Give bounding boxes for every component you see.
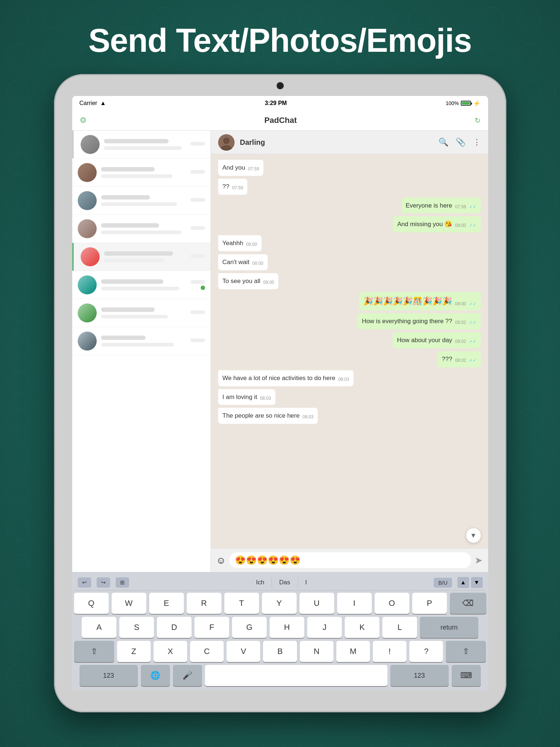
bold-underline-button[interactable]: B/U xyxy=(434,578,452,588)
key-p[interactable]: P xyxy=(412,593,447,614)
key-num-1[interactable]: 123 xyxy=(80,665,138,686)
key-shift-right[interactable]: ⇧ xyxy=(446,641,486,662)
key-question[interactable]: ? xyxy=(409,641,443,662)
chevron-down-icon: ▼ xyxy=(470,532,477,539)
scroll-to-bottom-button[interactable]: ▼ xyxy=(466,528,481,543)
tablet-device: Carrier ▲ 3:29 PM 100% ⚡ ⚙ PadChat ↻ xyxy=(54,74,506,712)
key-q[interactable]: Q xyxy=(74,593,109,614)
message-bubble: And missing you 😘 08:00 ✓✓ xyxy=(393,216,480,232)
wifi-icon: ▲ xyxy=(100,100,106,107)
message-text: To see you all xyxy=(223,277,260,286)
message-bubble: I am loving it 08:03 xyxy=(218,389,275,405)
key-a[interactable]: A xyxy=(82,617,116,638)
key-s[interactable]: S xyxy=(119,617,154,638)
message-check: ✓✓ xyxy=(469,357,476,364)
key-u[interactable]: U xyxy=(300,593,334,614)
key-n[interactable]: N xyxy=(300,641,333,662)
message-bubble: How is everything going there ?? 08:02 ✓… xyxy=(358,313,481,329)
attachment-icon[interactable]: 📎 xyxy=(456,138,466,147)
battery-label: 100% xyxy=(446,100,459,106)
search-icon[interactable]: 🔍 xyxy=(439,138,448,147)
key-m[interactable]: M xyxy=(336,641,370,662)
key-globe[interactable]: 🌐 xyxy=(141,665,170,686)
list-item[interactable] xyxy=(72,271,211,299)
key-l[interactable]: L xyxy=(382,617,417,638)
redo-button[interactable]: ↪ xyxy=(97,577,110,588)
message-time: 08:00 xyxy=(263,279,274,286)
key-keyboard[interactable]: ⌨ xyxy=(452,665,481,686)
key-w[interactable]: W xyxy=(112,593,146,614)
key-c[interactable]: C xyxy=(190,641,224,662)
messages-area: And you 07:59 ?? 07:59 Everyone is here xyxy=(211,154,488,548)
key-shift[interactable]: ⇧ xyxy=(74,641,114,662)
suggestion-3[interactable]: I xyxy=(298,577,314,588)
message-text: Everyone is here xyxy=(406,201,452,210)
message-received: The people are so nice here 08:03 xyxy=(218,408,318,424)
message-received: And you 07:59 xyxy=(218,160,263,176)
key-e[interactable]: E xyxy=(149,593,184,614)
suggestion-2[interactable]: Das xyxy=(272,577,298,588)
list-item[interactable] xyxy=(72,159,211,187)
key-f[interactable]: F xyxy=(194,617,229,638)
list-item[interactable] xyxy=(72,131,211,159)
message-time: 08:03 xyxy=(260,395,271,402)
message-bubble: And you 07:59 xyxy=(218,160,263,176)
key-d[interactable]: D xyxy=(157,617,192,638)
key-k[interactable]: K xyxy=(345,617,379,638)
chat-area: Darling 🔍 📎 ⋮ And you 07:59 xyxy=(211,131,488,572)
key-num-2[interactable]: 123 xyxy=(390,665,449,686)
chat-header: Darling 🔍 📎 ⋮ xyxy=(211,131,488,154)
list-item[interactable] xyxy=(72,187,211,215)
chat-header-actions: 🔍 📎 ⋮ xyxy=(439,138,481,147)
tablet-camera xyxy=(277,82,284,89)
key-r[interactable]: R xyxy=(187,593,221,614)
contact-avatar xyxy=(218,134,235,151)
send-button[interactable]: ➤ xyxy=(475,555,483,566)
key-h[interactable]: H xyxy=(270,617,304,638)
tablet-screen: Carrier ▲ 3:29 PM 100% ⚡ ⚙ PadChat ↻ xyxy=(72,96,488,690)
key-x[interactable]: X xyxy=(154,641,187,662)
refresh-icon[interactable]: ↻ xyxy=(475,116,481,125)
key-b[interactable]: B xyxy=(263,641,297,662)
list-item[interactable] xyxy=(72,243,211,271)
keyboard-bottom-row: 123 🌐 🎤 123 ⌨ xyxy=(74,665,486,686)
message-bubble: We have a lot of nice activities to do h… xyxy=(218,370,354,386)
battery-icon xyxy=(461,101,471,106)
message-check: ✓✓ xyxy=(469,338,476,345)
settings-icon[interactable]: ⚙ xyxy=(80,116,87,125)
key-j[interactable]: J xyxy=(307,617,342,638)
suggestion-1[interactable]: Ich xyxy=(249,577,272,588)
list-item[interactable] xyxy=(72,327,211,355)
message-bubble: Yeahhh 08:00 xyxy=(218,235,262,251)
arrow-up-button[interactable]: ▲ xyxy=(457,577,469,588)
key-backspace[interactable]: ⌫ xyxy=(450,593,486,614)
emoji-bar: 😍😍😍😍😍😍 xyxy=(235,555,465,565)
keyboard-row-3: ⇧ Z X C V B N M ! ? ⇧ xyxy=(74,641,486,662)
message-time: 07:59 xyxy=(455,204,466,210)
message-time: 08:00 xyxy=(246,241,257,248)
key-g[interactable]: G xyxy=(232,617,267,638)
key-i[interactable]: I xyxy=(337,593,372,614)
list-item[interactable] xyxy=(72,215,211,243)
undo-button[interactable]: ↩ xyxy=(78,577,91,588)
message-bubble: Can't wait 08:00 xyxy=(218,254,268,270)
key-space[interactable] xyxy=(205,665,387,686)
message-bubble: ??? 08:02 ✓✓ xyxy=(437,351,480,367)
key-return[interactable]: return xyxy=(420,617,478,638)
key-o[interactable]: O xyxy=(375,593,409,614)
message-check: ✓✓ xyxy=(469,222,476,229)
list-item[interactable] xyxy=(72,299,211,327)
key-exclaim[interactable]: ! xyxy=(373,641,406,662)
key-v[interactable]: V xyxy=(227,641,260,662)
arrow-down-button[interactable]: ▼ xyxy=(471,577,483,588)
keyboard-row-2: A S D F G H J K L return xyxy=(74,617,486,638)
copy-button[interactable]: ⊞ xyxy=(116,577,129,588)
key-mic[interactable]: 🎤 xyxy=(173,665,202,686)
key-t[interactable]: T xyxy=(224,593,259,614)
key-y[interactable]: Y xyxy=(262,593,297,614)
sidebar xyxy=(72,131,211,572)
message-time: 07:59 xyxy=(232,185,243,191)
more-icon[interactable]: ⋮ xyxy=(473,138,481,147)
emoji-button[interactable]: ☺ xyxy=(216,555,226,566)
key-z[interactable]: Z xyxy=(117,641,151,662)
